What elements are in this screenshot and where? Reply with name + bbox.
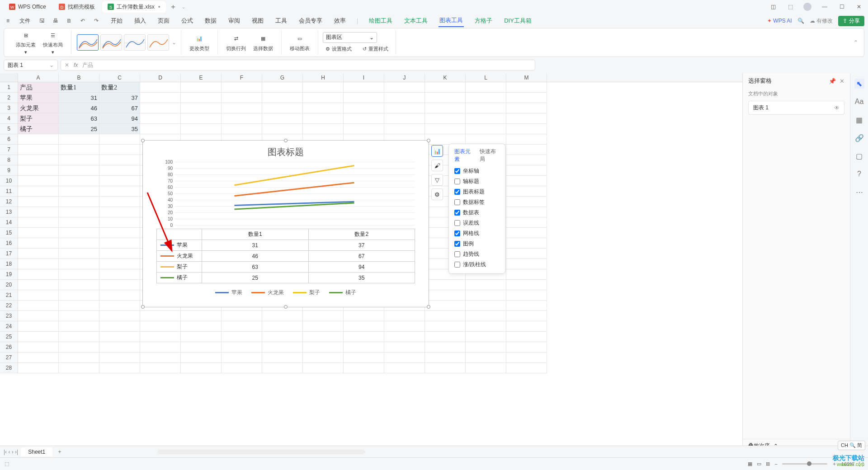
cell[interactable] [344, 363, 384, 373]
pin-icon[interactable]: 📌 [829, 78, 836, 85]
zoom-slider[interactable] [782, 463, 827, 465]
select-data-button[interactable]: ▦ 选择数据 [250, 33, 277, 53]
cell[interactable] [344, 113, 384, 124]
cell[interactable] [384, 363, 425, 373]
wps-ai-button[interactable]: ✦ WPS AI [767, 18, 792, 24]
cell[interactable] [506, 134, 547, 145]
cell[interactable] [18, 321, 59, 332]
horizontal-scrollbar[interactable] [157, 450, 365, 454]
cell[interactable] [506, 332, 547, 342]
menu-tab[interactable]: DIY工具箱 [503, 15, 533, 27]
cell[interactable] [18, 332, 59, 342]
cell[interactable] [18, 352, 59, 363]
row-header[interactable]: 6 [0, 134, 18, 145]
switch-rowcol-button[interactable]: ⇄ 切换行列 [222, 33, 250, 53]
cell[interactable] [99, 352, 140, 363]
cell[interactable] [344, 82, 384, 93]
file-menu[interactable]: 文件 [17, 16, 33, 26]
row-header[interactable]: 2 [0, 93, 18, 103]
cell[interactable] [344, 342, 384, 352]
row-header[interactable]: 7 [0, 145, 18, 155]
cell[interactable] [506, 280, 547, 290]
cell[interactable] [99, 249, 140, 259]
cell[interactable] [59, 269, 99, 280]
chart-area-select[interactable]: 图表区⌄ [323, 32, 377, 43]
cell[interactable] [18, 342, 59, 352]
cell[interactable] [262, 124, 303, 134]
chart-object[interactable]: 图表标题 0102030405060708090100 数量1数量2 苹果313… [142, 140, 429, 307]
cell[interactable] [384, 342, 425, 352]
cell[interactable] [59, 301, 99, 311]
cell[interactable] [99, 301, 140, 311]
selection-pane-item[interactable]: 图表 1 👁 [748, 101, 844, 115]
row-header[interactable]: 20 [0, 280, 18, 290]
cell[interactable] [506, 207, 547, 217]
cell[interactable] [262, 363, 303, 373]
cell[interactable] [140, 93, 181, 103]
cell[interactable] [222, 332, 262, 342]
cell[interactable]: 火龙果 [18, 103, 59, 113]
cell[interactable] [344, 332, 384, 342]
cell[interactable] [425, 321, 466, 332]
cell[interactable] [506, 342, 547, 352]
maximize-button[interactable]: ☐ [836, 1, 847, 12]
row-header[interactable]: 8 [0, 155, 18, 165]
menu-tab[interactable]: 图表工具 [439, 14, 464, 27]
cell[interactable]: 梨子 [18, 113, 59, 124]
row-header[interactable]: 12 [0, 197, 18, 207]
cell[interactable] [222, 103, 262, 113]
cell[interactable] [506, 155, 547, 165]
cell[interactable] [18, 134, 59, 145]
print-icon[interactable]: 🖶 [51, 16, 60, 25]
column-header[interactable]: C [99, 73, 140, 82]
popup-checkbox-item[interactable]: 误差线 [449, 218, 505, 228]
cell[interactable] [303, 113, 344, 124]
cell[interactable] [59, 197, 99, 207]
ribbon-collapse-icon[interactable]: ⌃ [851, 38, 860, 47]
cell[interactable] [344, 321, 384, 332]
cell[interactable]: 苹果 [18, 93, 59, 103]
resize-handle[interactable] [284, 305, 288, 309]
popup-checkbox-item[interactable]: 图例 [449, 239, 505, 249]
column-header[interactable]: G [262, 73, 303, 82]
cell[interactable]: 25 [59, 124, 99, 134]
menu-tab[interactable]: 公式 [180, 15, 194, 27]
cell[interactable] [466, 82, 506, 93]
chart-elements-button[interactable]: 📊 [431, 145, 443, 157]
cell[interactable] [99, 238, 140, 249]
popup-checkbox-item[interactable]: 轴标题 [449, 176, 505, 187]
cell[interactable] [59, 217, 99, 228]
cell[interactable]: 63 [59, 113, 99, 124]
cell[interactable] [425, 113, 466, 124]
cell[interactable] [18, 363, 59, 373]
ime-indicator[interactable]: CH 🔍 简 [838, 441, 865, 450]
cell[interactable] [59, 207, 99, 217]
cell[interactable] [425, 301, 466, 311]
cell[interactable] [59, 332, 99, 342]
cell[interactable] [222, 321, 262, 332]
cell[interactable] [18, 186, 59, 197]
cell[interactable] [59, 290, 99, 301]
row-header[interactable]: 21 [0, 290, 18, 301]
cell[interactable] [99, 311, 140, 321]
cell[interactable] [506, 217, 547, 228]
menu-tab[interactable]: 数据 [204, 15, 217, 27]
cell[interactable] [506, 82, 547, 93]
menu-tab[interactable]: 效率 [333, 15, 347, 27]
cell[interactable] [303, 103, 344, 113]
zoom-out-icon[interactable]: − [774, 461, 777, 467]
cell[interactable] [384, 124, 425, 134]
row-header[interactable]: 18 [0, 259, 18, 269]
menu-tab[interactable]: 审阅 [227, 15, 241, 27]
cell[interactable] [18, 311, 59, 321]
cell[interactable] [140, 103, 181, 113]
more-rail-icon[interactable]: ⋯ [854, 187, 864, 197]
cell[interactable] [384, 93, 425, 103]
chart-style-4[interactable] [147, 34, 169, 51]
popup-checkbox-item[interactable]: 图表标题 [449, 187, 505, 197]
cell[interactable] [181, 311, 222, 321]
cell[interactable]: 数量1 [59, 82, 99, 93]
column-header[interactable]: F [222, 73, 262, 82]
cell[interactable] [140, 124, 181, 134]
print-preview-icon[interactable]: 🗎 [65, 16, 74, 25]
